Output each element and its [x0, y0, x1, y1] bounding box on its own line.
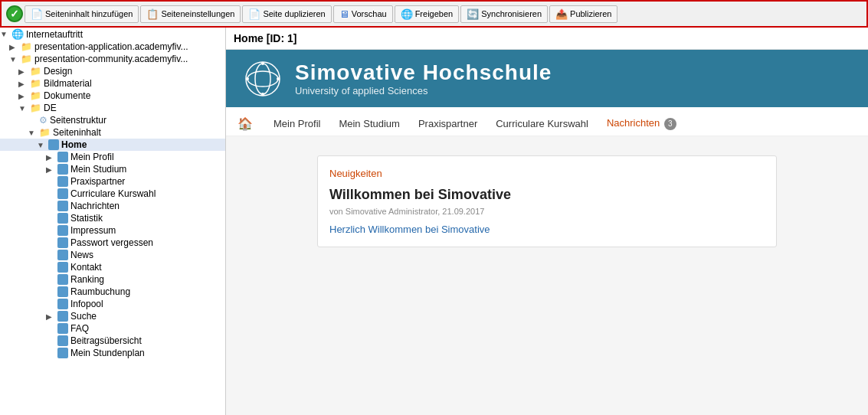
page-icon [57, 176, 68, 187]
page-icon [57, 323, 68, 334]
folder-icon: 📁 [30, 103, 41, 113]
tree-item-mein-stundenplan[interactable]: ▶ Mein Stundenplan [0, 347, 225, 359]
news-text: Herzlich Willkommen bei Simovative [329, 224, 765, 235]
sync-button[interactable]: 🔄 Synchronisieren [460, 5, 548, 23]
tree-item-passwort-vergessen[interactable]: ▶ Passwort vergessen [0, 237, 225, 249]
globe-icon: 🌐 [401, 8, 413, 20]
folder-icon: 📁 [30, 78, 41, 89]
tree-item-mein-studium[interactable]: ▶ Mein Studium [0, 163, 225, 175]
svg-point-4 [261, 93, 264, 96]
tree-item-nachrichten[interactable]: ▶ Nachrichten [0, 200, 225, 212]
tree-item-bildmaterial[interactable]: ▶ 📁 Bildmaterial [0, 77, 225, 90]
tree-item-suche[interactable]: ▶ Suche [0, 310, 225, 322]
page-icon [57, 335, 68, 346]
tree-item-raumbuchung[interactable]: ▶ Raumbuchung [0, 286, 225, 298]
add-content-button[interactable]: 📄 Seiteninhalt hinzufügen [25, 5, 139, 23]
tree-item-infopool[interactable]: ▶ Infopool [0, 298, 225, 310]
home-icon[interactable]: 🏠 [237, 116, 253, 131]
page-icon [57, 152, 68, 162]
page-icon [57, 311, 68, 322]
tree-item-presentation-app[interactable]: ▶ 📁 presentation-application.academyfiv.… [0, 41, 225, 53]
globe-icon: 🌐 [11, 28, 24, 40]
news-article-title: Willkommen bei Simovative [329, 187, 765, 203]
tree-item-dokumente[interactable]: ▶ 📁 Dokumente [0, 90, 225, 102]
tree-item-statistik[interactable]: ▶ Statistik [0, 212, 225, 224]
page-icon [57, 188, 68, 199]
tree-item-kontakt[interactable]: ▶ Kontakt [0, 261, 225, 273]
svg-point-6 [277, 77, 280, 80]
page-icon [57, 164, 68, 175]
page-icon [57, 348, 68, 358]
page-icon [57, 274, 68, 285]
content-area: Neuigkeiten Willkommen bei Simovative vo… [226, 136, 868, 416]
nav-mein-profil[interactable]: Mein Profil [264, 114, 329, 133]
tree-item-faq[interactable]: ▶ FAQ [0, 322, 225, 335]
page-header-title: Home [ID: 1] [226, 28, 868, 50]
nachrichten-badge: 3 [664, 118, 676, 130]
duplicate-page-icon: 📄 [248, 8, 260, 20]
page-icon [57, 213, 68, 224]
page-icon [57, 237, 68, 248]
page-icon [57, 262, 68, 273]
svg-point-1 [255, 64, 270, 94]
app-container: ✓ 📄 Seiteninhalt hinzufügen 📋 Seiteneins… [0, 0, 868, 415]
page-icon [57, 225, 68, 236]
folder-icon: 📁 [21, 41, 32, 52]
main-area: ▼ 🌐 Internetauftritt ▶ 📁 presentation-ap… [0, 28, 868, 415]
svg-point-3 [261, 62, 264, 65]
page-icon [48, 139, 59, 150]
nav-mein-studium[interactable]: Mein Studium [329, 114, 408, 133]
tree-item-news[interactable]: ▶ News [0, 249, 225, 261]
add-content-icon: 📄 [31, 8, 43, 20]
preview-panel: Home [ID: 1] Simo [226, 28, 868, 415]
news-box: Neuigkeiten Willkommen bei Simovative vo… [317, 155, 777, 247]
svg-point-0 [246, 62, 280, 96]
tree-item-design[interactable]: ▶ 📁 Design [0, 65, 225, 77]
preview-button[interactable]: 🖥 Vorschau [333, 5, 393, 23]
sidebar-tree: ▼ 🌐 Internetauftritt ▶ 📁 presentation-ap… [0, 28, 226, 415]
tree-item-home[interactable]: ▼ Home [0, 139, 225, 151]
news-section-title: Neuigkeiten [329, 168, 765, 179]
svg-point-5 [246, 77, 249, 80]
sync-icon: 🔄 [467, 8, 479, 20]
tree-item-presentation-community[interactable]: ▼ 📁 presentation-community.academyfiv... [0, 53, 225, 65]
folder-icon: 📁 [30, 90, 41, 101]
tree-item-de[interactable]: ▼ 📁 DE [0, 102, 225, 114]
page-icon [57, 250, 68, 260]
cog-icon: ⚙ [39, 115, 47, 126]
folder-icon: 📁 [39, 127, 51, 138]
page-settings-icon: 📋 [146, 8, 159, 20]
publish-button[interactable]: 📤 Publizieren [549, 5, 617, 23]
tree-item-seitenstruktur[interactable]: ▶ ⚙ Seitenstruktur [0, 114, 225, 126]
tree-item-mein-profil[interactable]: ▶ Mein Profil [0, 151, 225, 163]
news-meta: von Simovative Administrator, 21.09.2017 [329, 207, 765, 216]
university-banner: Simovative Hochschule University of appl… [226, 50, 868, 107]
tree-item-praxispartner[interactable]: ▶ Praxispartner [0, 175, 225, 188]
green-check-icon[interactable]: ✓ [6, 5, 23, 22]
page-settings-button[interactable]: 📋 Seiteneinstellungen [140, 5, 241, 23]
folder-icon: 📁 [30, 66, 41, 77]
tree-item-curriculare-kurswahl[interactable]: ▶ Curriculare Kurswahl [0, 188, 225, 200]
tree-root[interactable]: ▼ 🌐 Internetauftritt [0, 28, 225, 41]
university-logo [241, 57, 283, 100]
release-button[interactable]: 🌐 Freigeben [395, 5, 460, 23]
page-icon [57, 286, 68, 297]
nav-bar: 🏠 Mein Profil Mein Studium Praxispartner… [226, 107, 868, 136]
toolbar: ✓ 📄 Seiteninhalt hinzufügen 📋 Seiteneins… [0, 0, 868, 28]
svg-point-2 [247, 71, 278, 87]
page-icon [57, 201, 68, 211]
folder-icon: 📁 [21, 54, 32, 64]
duplicate-page-button[interactable]: 📄 Seite duplizieren [242, 5, 331, 23]
tree-item-beitragsübersicht[interactable]: ▶ Beitragsübersicht [0, 335, 225, 347]
tree-item-impressum[interactable]: ▶ Impressum [0, 224, 225, 237]
university-title: Simovative Hochschule University of appl… [295, 60, 552, 96]
tree-item-seiteninhalt[interactable]: ▼ 📁 Seiteninhalt [0, 126, 225, 139]
tree-item-ranking[interactable]: ▶ Ranking [0, 273, 225, 286]
nav-nachrichten[interactable]: Nachrichten 3 [598, 113, 686, 134]
page-icon [57, 299, 68, 309]
preview-icon: 🖥 [339, 8, 349, 20]
nav-praxispartner[interactable]: Praxispartner [409, 114, 486, 133]
publish-icon: 📤 [555, 8, 568, 20]
nav-curriculare-kurswahl[interactable]: Curriculare Kurswahl [486, 114, 598, 133]
root-toggle: ▼ [0, 30, 9, 38]
